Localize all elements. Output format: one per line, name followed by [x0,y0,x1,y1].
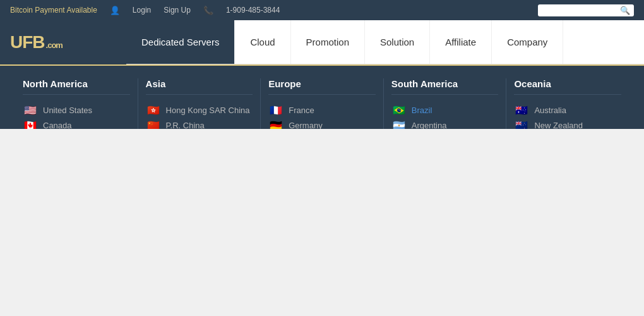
region-title: South America [391,78,499,95]
country-flag: 🇳🇿 [514,120,529,129]
country-flag: 🇭🇰 [146,105,161,115]
nav-solution[interactable]: Solution [365,20,430,64]
region-title: Oceania [514,78,621,95]
country-flag: 🇺🇸 [23,105,38,115]
login-link[interactable]: Login [133,6,151,15]
search-box: 🔍 [538,4,634,16]
phone-number: 1-909-485-3844 [226,6,280,15]
country-item[interactable]: 🇩🇪Germany [268,118,376,129]
country-name: Hong Kong SAR China [166,106,250,115]
country-flag: 🇨🇦 [23,120,38,129]
nav-promotion[interactable]: Promotion [291,20,365,64]
country-flag: 🇩🇪 [268,120,283,129]
region-column-asia: Asia🇭🇰Hong Kong SAR China🇨🇳P.R. China🇸🇬S… [138,78,261,129]
search-input[interactable] [542,6,617,15]
phone-icon: 📞 [203,6,213,15]
country-flag: 🇦🇺 [514,105,529,115]
nav-cloud[interactable]: Cloud [235,20,290,64]
country-name: France [289,106,314,115]
nav-dedicated-servers[interactable]: Dedicated Servers [126,20,235,64]
country-item[interactable]: 🇺🇸United States [23,102,130,118]
region-column-oceania: Oceania🇦🇺Australia🇳🇿New Zealand🇨🇰Cook Is… [506,78,629,129]
country-item[interactable]: 🇦🇺Australia [514,102,621,118]
country-list: 🇦🇺Australia🇳🇿New Zealand🇨🇰Cook Islands🇫🇯… [514,102,621,129]
region-column-europe: Europe🇫🇷France🇩🇪Germany🇬🇧United Kingdom🇳… [261,78,384,129]
country-list: 🇭🇰Hong Kong SAR China🇨🇳P.R. China🇸🇬Singa… [146,102,253,129]
country-list: 🇫🇷France🇩🇪Germany🇬🇧United Kingdom🇳🇱Nethe… [268,102,376,129]
logo: UFB.com [0,20,126,64]
bitcoin-label: Bitcoin Payment Available [10,6,97,15]
country-item[interactable]: 🇦🇷Argentina [391,118,499,129]
country-item[interactable]: 🇫🇷France [268,102,376,118]
country-name: United States [43,106,92,115]
country-item[interactable]: 🇧🇷Brazil [391,102,499,118]
signup-link[interactable]: Sign Up [164,6,191,15]
region-title: Asia [146,78,253,95]
region-column-south-america: South America🇧🇷Brazil🇦🇷Argentina🇧🇴Bolivi… [384,78,507,129]
nav-items: Dedicated Servers Cloud Promotion Soluti… [126,20,644,64]
country-name: Canada [43,121,72,130]
search-icon[interactable]: 🔍 [620,6,630,15]
country-name: P.R. China [166,121,205,130]
region-title: North America [23,78,130,95]
user-icon: 👤 [110,6,120,15]
logo-com: .com [46,40,63,50]
country-flag: 🇦🇷 [391,120,407,129]
nav-affiliate[interactable]: Affiliate [430,20,492,64]
country-name: Brazil [412,106,432,115]
country-item[interactable]: 🇳🇿New Zealand [514,118,621,129]
country-list: 🇺🇸United States🇨🇦Canada🇲🇽Mexico🇵🇦Panama🇧… [23,102,130,129]
dropdown-menu: North America🇺🇸United States🇨🇦Canada🇲🇽Me… [0,64,644,129]
nav-company[interactable]: Company [492,20,563,64]
country-flag: 🇫🇷 [268,105,283,115]
country-name: New Zealand [534,121,583,130]
country-item[interactable]: 🇨🇦Canada [23,118,130,129]
country-name: Germany [289,121,322,130]
top-bar: Bitcoin Payment Available 👤 Login Sign U… [0,0,644,20]
country-list: 🇧🇷Brazil🇦🇷Argentina🇧🇴Bolivia🇨🇱Chile🇨🇴Col… [391,102,499,129]
country-flag: 🇧🇷 [391,105,407,115]
country-item[interactable]: 🇭🇰Hong Kong SAR China [146,102,253,118]
region-title: Europe [268,78,376,95]
region-column-north-america: North America🇺🇸United States🇨🇦Canada🇲🇽Me… [15,78,138,129]
country-flag: 🇨🇳 [146,120,161,129]
country-name: Australia [534,106,566,115]
country-name: Argentina [412,121,447,130]
nav-bar: UFB.com Dedicated Servers Cloud Promotio… [0,20,644,64]
country-item[interactable]: 🇨🇳P.R. China [146,118,253,129]
logo-text: UFB.com [10,32,63,52]
